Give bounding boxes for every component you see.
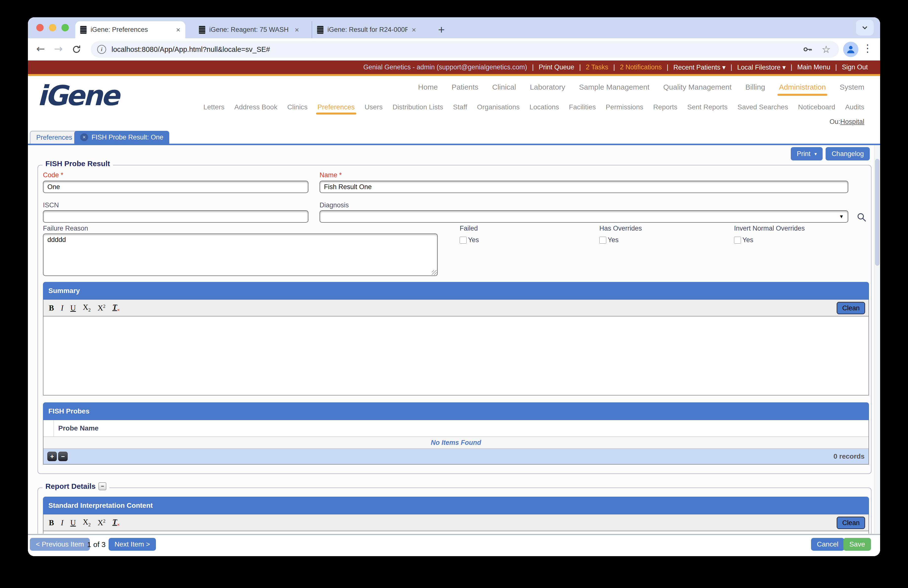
close-tab-icon[interactable]: × (295, 26, 299, 34)
scrollbar-thumb[interactable] (875, 159, 879, 266)
invert-normal-overrides-option-label[interactable]: Yes (742, 236, 753, 244)
sub-nav-reports[interactable]: Reports (653, 103, 677, 111)
main-nav-billing[interactable]: Billing (745, 83, 765, 91)
favicon-icon (199, 26, 205, 34)
sub-nav-saved-searches[interactable]: Saved Searches (737, 103, 788, 111)
diagnosis-select[interactable]: ▼ (320, 210, 848, 223)
has-overrides-checkbox[interactable] (599, 237, 606, 244)
sub-nav-audits[interactable]: Audits (845, 103, 865, 111)
notifications-link[interactable]: 2 Notifications (620, 63, 662, 71)
browser-tab[interactable]: iGene: Result for R24-000F: F × (312, 21, 421, 38)
has-overrides-option-label[interactable]: Yes (608, 236, 618, 244)
minimize-window-button[interactable] (49, 24, 56, 31)
add-row-button[interactable]: + (47, 452, 57, 461)
resize-handle[interactable] (432, 270, 437, 275)
main-nav-sample-management[interactable]: Sample Management (579, 83, 649, 91)
browser-menu-icon[interactable]: ⋮ (862, 42, 873, 54)
tab-search-button[interactable] (856, 20, 874, 35)
new-tab-button[interactable]: + (435, 23, 448, 37)
sub-nav-distribution-lists[interactable]: Distribution Lists (393, 103, 443, 111)
next-item-button[interactable]: Next Item > (109, 538, 156, 551)
site-info-icon[interactable]: i (97, 45, 106, 54)
close-doc-tab-icon[interactable]: × (80, 133, 88, 141)
main-nav-system[interactable]: System (840, 83, 865, 91)
main-nav-quality-management[interactable]: Quality Management (663, 83, 732, 91)
browser-tab[interactable]: iGene: Reagent: 75 WASH × (194, 21, 304, 38)
changelog-button[interactable]: Changelog (826, 147, 870, 161)
underline-icon[interactable]: U (70, 304, 76, 312)
back-button[interactable]: ← (36, 43, 45, 55)
browser-tab-title: iGene: Reagent: 75 WASH (209, 26, 291, 34)
close-tab-icon[interactable]: × (176, 26, 180, 34)
main-nav-patients[interactable]: Patients (452, 83, 478, 91)
password-key-icon[interactable] (802, 44, 813, 55)
close-tab-icon[interactable]: × (412, 26, 416, 34)
code-field[interactable] (43, 181, 308, 193)
doc-tab-fish-probe-result[interactable]: × FISH Probe Result: One (74, 131, 169, 144)
collapse-section-icon[interactable]: − (98, 482, 106, 490)
invert-normal-overrides-checkbox[interactable] (734, 237, 741, 244)
sub-nav-organisations[interactable]: Organisations (477, 103, 520, 111)
local-filestore-menu[interactable]: Local Filestore ▾ (737, 63, 786, 71)
clean-button[interactable]: Clean (837, 302, 865, 314)
italic-icon[interactable]: I (61, 304, 63, 312)
table-gutter (43, 420, 54, 437)
address-bar[interactable]: i localhost:8080/App/App.html?null&local… (91, 41, 839, 58)
page-content: Print ▾ Changelog FISH Probe Result Code… (28, 145, 880, 535)
diagnosis-lookup-button[interactable] (856, 212, 867, 223)
save-button[interactable]: Save (844, 538, 871, 551)
underline-icon[interactable]: U (70, 519, 76, 527)
sign-out-link[interactable]: Sign Out (842, 63, 868, 71)
browser-tab-active[interactable]: iGene: Preferences × (75, 21, 185, 38)
main-nav-laboratory[interactable]: Laboratory (530, 83, 565, 91)
sub-nav-preferences[interactable]: Preferences (317, 103, 355, 111)
superscript-icon[interactable]: X2 (97, 519, 105, 527)
name-field[interactable] (320, 181, 848, 193)
superscript-icon[interactable]: X2 (97, 304, 105, 312)
remove-format-icon[interactable]: T× (112, 303, 120, 312)
tasks-link[interactable]: 2 Tasks (586, 63, 608, 71)
sub-nav-clinics[interactable]: Clinics (287, 103, 307, 111)
remove-format-icon[interactable]: T× (112, 518, 120, 527)
recent-patients-menu[interactable]: Recent Patients ▾ (673, 63, 726, 71)
sub-nav-noticeboard[interactable]: Noticeboard (798, 103, 835, 111)
reload-button[interactable] (71, 44, 82, 56)
failed-option-label[interactable]: Yes (468, 236, 479, 244)
main-nav-clinical[interactable]: Clinical (492, 83, 516, 91)
sub-nav-address-book[interactable]: Address Book (234, 103, 277, 111)
sub-nav-permissions[interactable]: Permissions (606, 103, 643, 111)
sub-nav-letters[interactable]: Letters (203, 103, 225, 111)
remove-row-button[interactable]: − (58, 452, 68, 461)
close-window-button[interactable] (36, 24, 43, 31)
previous-item-button[interactable]: < Previous Item (30, 538, 90, 551)
bold-icon[interactable]: B (49, 519, 54, 527)
vertical-scrollbar[interactable] (874, 145, 880, 535)
summary-editor-area[interactable] (43, 316, 869, 395)
cancel-button[interactable]: Cancel (811, 538, 844, 551)
doc-tab-preferences[interactable]: Preferences (30, 131, 79, 144)
bold-icon[interactable]: B (49, 304, 54, 312)
print-button[interactable]: Print ▾ (791, 147, 823, 161)
report-editor-area[interactable] (43, 531, 869, 535)
forward-button[interactable]: → (54, 43, 63, 55)
bookmark-star-icon[interactable]: ☆ (822, 44, 831, 54)
clean-button[interactable]: Clean (837, 517, 865, 529)
sub-nav-users[interactable]: Users (365, 103, 383, 111)
failure-reason-field[interactable]: ddddd (43, 234, 438, 276)
failed-checkbox[interactable] (460, 237, 467, 244)
main-menu-link[interactable]: Main Menu (797, 63, 830, 71)
sub-nav-facilities[interactable]: Facilities (569, 103, 596, 111)
sub-nav-staff[interactable]: Staff (453, 103, 467, 111)
iscn-field[interactable] (43, 210, 308, 223)
ou-hospital-link[interactable]: Hospital (840, 118, 865, 126)
main-nav-administration[interactable]: Administration (779, 83, 826, 91)
maximize-window-button[interactable] (61, 24, 69, 31)
main-nav-home[interactable]: Home (418, 83, 438, 91)
sub-nav-locations[interactable]: Locations (530, 103, 559, 111)
subscript-icon[interactable]: X2 (83, 303, 90, 312)
subscript-icon[interactable]: X2 (83, 518, 90, 527)
sub-nav-sent-reports[interactable]: Sent Reports (687, 103, 728, 111)
print-queue-link[interactable]: Print Queue (539, 63, 574, 71)
italic-icon[interactable]: I (61, 519, 63, 527)
profile-avatar[interactable] (843, 42, 858, 57)
